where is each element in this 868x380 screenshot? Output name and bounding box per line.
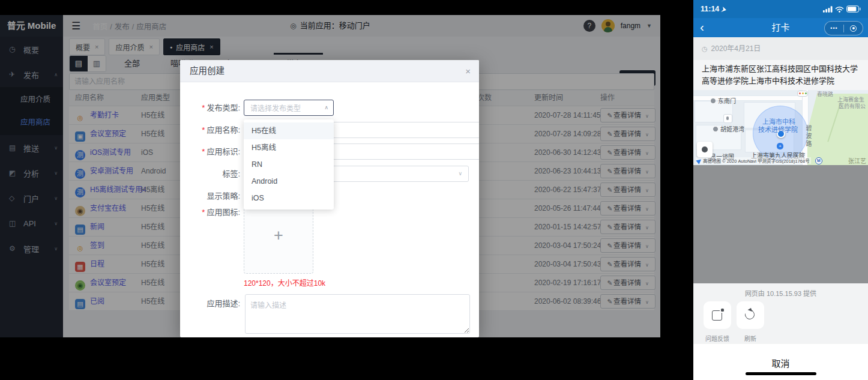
location-arrow-icon — [721, 7, 726, 12]
signal-icon — [823, 6, 833, 13]
close-icon[interactable]: × — [465, 60, 471, 82]
action-sheet: 网页由 10.15.15.93 提供 问题反馈 刷新 — [693, 283, 868, 344]
sheet-action-icon-box[interactable] — [704, 301, 731, 329]
field-label-publish: *发布类型: — [180, 100, 240, 116]
hospital-poi-icon: + — [777, 143, 783, 149]
dropdown-option[interactable]: iOS — [244, 190, 334, 207]
close-target-icon[interactable] — [844, 25, 863, 32]
modal-header: 应用创建 — [180, 60, 479, 82]
miniprogram-capsule: ••• — [824, 21, 863, 35]
map-label: 春晓路 — [817, 90, 833, 98]
app-desc-textarea[interactable] — [245, 294, 470, 334]
traffic-light-icon — [797, 91, 808, 97]
more-menu-icon[interactable]: ••• — [825, 25, 843, 31]
metro-icon: M — [815, 157, 822, 164]
publish-type-select[interactable]: 请选择发布类型∧ — [244, 100, 334, 116]
status-time: 11:14 — [701, 5, 726, 13]
date-row: ◷2020年4月21日 — [693, 37, 868, 60]
sheet-action-label: 刷新 — [731, 334, 770, 343]
dropdown-option[interactable]: H5离线 — [244, 139, 334, 156]
chevron-down-icon: ∨ — [458, 166, 462, 181]
publish-type-dropdown: H5在线H5离线RNAndroidiOS — [244, 119, 334, 210]
dropdown-option[interactable]: RN — [244, 156, 334, 173]
sheet-action[interactable]: 刷新 — [737, 301, 764, 343]
field-label-name: *应用名称: — [180, 122, 240, 138]
required-star: * — [202, 125, 205, 134]
date-text: 2020年4月21日 — [711, 44, 761, 53]
create-app-modal: 应用创建 × *发布类型: 请选择发布类型∧ *应用名称: *应用标识: 标签:… — [180, 60, 479, 337]
dropdown-option[interactable]: Android — [244, 173, 334, 190]
map-attribution: 高德地图 © 2020 AutoNavi 甲测资字GS(2018)1768号 — [696, 157, 811, 164]
required-star: * — [202, 103, 205, 112]
field-label-ident: *应用标识: — [180, 143, 240, 160]
map[interactable]: 东南门胡姬港湾上海市中科技术进修学院上海市第九人民医院碧波路上海赛金生医药有限公… — [693, 90, 868, 165]
sheet-dim-overlay — [693, 165, 868, 283]
sheet-action-icon — [743, 308, 756, 321]
admin-window: 普元 Mobile ☰ 首页/ 发布/ 应用商店 ◎当前应用：移动门户 ? fa… — [0, 15, 660, 337]
map-label: 张江艺 — [848, 156, 866, 165]
icon-size-hint: 120*120，大小不超过10k — [244, 277, 325, 288]
nav-bar: ‹ 打卡 ••• — [693, 18, 868, 37]
locate-me-button[interactable] — [697, 142, 713, 157]
address-text: 上海市浦东新区张江高科技园区中国科技大学高等进修学院上海市中科技术进修学院 — [693, 60, 868, 90]
sheet-action[interactable]: 问题反馈 — [704, 301, 731, 343]
field-label-strategy: 显示策略: — [180, 188, 240, 204]
provider-text: 网页由 10.15.15.93 提供 — [693, 283, 868, 298]
field-label-icon: *应用图标: — [180, 204, 240, 220]
select-placeholder: 请选择发布类型 — [244, 104, 301, 113]
map-label: 胡姬港湾 — [713, 124, 744, 133]
phone-screen: 11:14 ‹ 打卡 ••• ◷2020年4月21日 上海市浦东新区张江高科技园… — [693, 0, 868, 380]
dropdown-option[interactable]: H5在线 — [244, 122, 334, 139]
required-star: * — [202, 208, 205, 217]
hotel-poi-icon — [723, 114, 732, 123]
battery-icon — [846, 5, 861, 13]
amap-logo-icon — [696, 157, 702, 164]
required-star: * — [202, 147, 205, 156]
status-bar: 11:14 — [693, 0, 868, 18]
field-label-desc: 应用描述: — [180, 295, 240, 312]
icon-upload-box[interactable]: + — [244, 203, 313, 274]
plus-icon: + — [244, 226, 313, 245]
clock-icon: ◷ — [702, 45, 708, 52]
cancel-button[interactable]: 取消 — [693, 344, 868, 369]
modal-title: 应用创建 — [190, 66, 225, 76]
chevron-up-icon: ∧ — [324, 100, 328, 115]
map-label: 碧波路 — [804, 125, 813, 148]
map-label: 医药有限公 — [839, 102, 866, 110]
sheet-action-icon — [712, 310, 722, 321]
field-label-tag: 标签: — [180, 166, 240, 182]
home-indicator — [746, 372, 816, 375]
sheet-action-icon-box[interactable] — [737, 301, 764, 329]
map-label: 东南门 — [710, 96, 736, 105]
map-label: 技术进修学院 — [758, 124, 798, 134]
wifi-icon — [835, 6, 844, 13]
status-icons — [823, 5, 861, 13]
